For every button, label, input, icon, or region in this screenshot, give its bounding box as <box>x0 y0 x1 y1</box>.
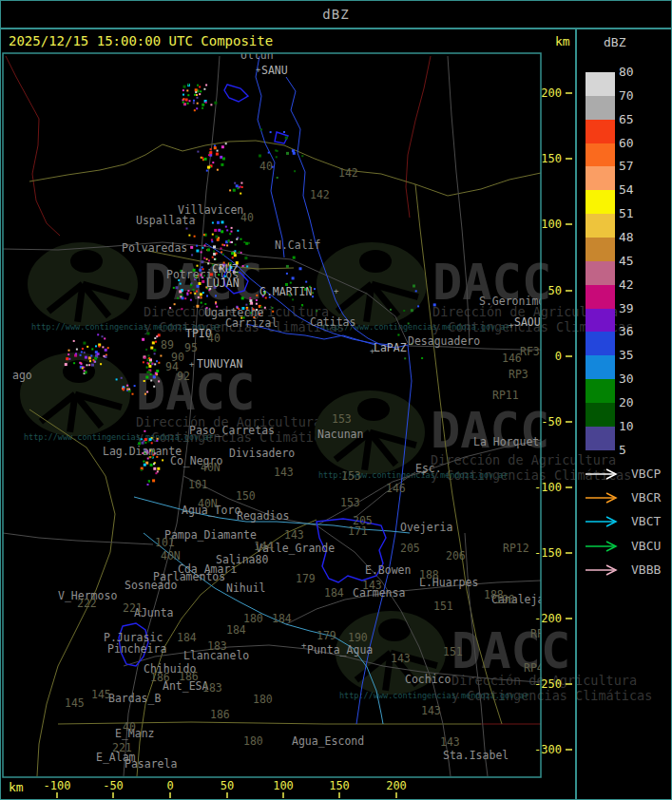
place-label: Carrizal <box>225 316 278 330</box>
vector-legend-label: VBCU <box>631 539 661 553</box>
place-label: G.MARTIN <box>259 285 312 298</box>
place-label: La Horqueta <box>473 435 546 448</box>
route-label: 186 <box>179 670 199 683</box>
route-label: 40N <box>198 497 218 510</box>
route-label: 146 <box>502 352 522 365</box>
route-label: 183 <box>207 639 227 653</box>
vector-arrow-icon <box>584 540 627 553</box>
place-label: Regadios <box>237 509 289 523</box>
route-label: 101 <box>155 536 175 549</box>
right-axis-tick-label: -150 <box>534 546 562 560</box>
route-label: 145 <box>65 696 85 710</box>
route-label: 184 <box>226 623 246 637</box>
place-label: SANU <box>261 64 288 77</box>
route-label: 184 <box>272 612 292 625</box>
route-label: 143 <box>440 735 460 749</box>
place-label: N.Calif <box>275 238 320 252</box>
place-label: E.Bowen <box>365 563 411 577</box>
bottom-axis-tick-label: 150 <box>329 779 350 792</box>
route-label: 92 <box>177 370 190 383</box>
scale-color-box <box>586 285 615 309</box>
route-label: 40 <box>123 720 136 733</box>
scale-tick-label: 65 <box>619 112 634 126</box>
route-label: RP3 <box>509 368 528 381</box>
right-axis-tick-label: 150 <box>541 152 562 165</box>
vector-legend-label: VBCP <box>631 467 661 481</box>
bottom-axis-tick-label: 0 <box>166 779 173 792</box>
place-label: LUJAN <box>206 276 240 290</box>
vector-legend-row: VBCT <box>584 514 627 527</box>
place-label: Nacunan <box>317 428 363 441</box>
radar-map: DACCDirección de Agriculturay Contingenc… <box>1 28 672 800</box>
place-label: ago <box>12 369 32 382</box>
route-label: 171 <box>348 524 368 538</box>
right-axis-tick-label: 100 <box>541 218 562 231</box>
scale-tick-label: 70 <box>619 88 634 103</box>
place-label: Uspallata <box>136 214 195 227</box>
scale-tick-label: 30 <box>619 371 634 386</box>
vector-legend-row: VBCP <box>584 467 627 480</box>
station-marker: + <box>509 320 514 330</box>
oasis-outline <box>224 85 248 102</box>
svg-text:DACC: DACC <box>451 622 570 679</box>
route-label: 40 <box>240 211 254 224</box>
place-label: Punta_Agua <box>307 643 373 657</box>
right-axis-tick-label: -300 <box>534 743 562 756</box>
place-label: Pincheira <box>107 642 166 656</box>
scale-color-box <box>586 261 615 285</box>
route-label: 150 <box>236 489 256 503</box>
route-label: 221 <box>123 601 143 615</box>
scale-color-box <box>586 238 615 261</box>
scale-tick-label: 42 <box>619 277 634 292</box>
scale-color-box <box>586 403 615 427</box>
scale-color-box <box>586 379 615 403</box>
route-label: RP11 <box>492 389 519 402</box>
route-label: 89 <box>161 338 174 352</box>
place-label: Nihuil <box>226 581 266 595</box>
km-axis-unit-bottom: km <box>9 780 24 794</box>
station-marker: + <box>301 640 307 650</box>
vector-legend-label: VBBB <box>631 562 661 577</box>
vector-arrow-icon <box>584 515 627 528</box>
route-label: RF3 <box>520 345 540 358</box>
right-axis-tick-label: -100 <box>534 481 562 494</box>
right-axis-tick-label: -50 <box>541 415 562 429</box>
route-label: 101 <box>188 478 208 491</box>
scale-color-box <box>586 190 615 214</box>
place-label: Desaguadero <box>408 334 480 348</box>
svg-text:DACC: DACC <box>136 364 255 421</box>
place-label: Polvaredas <box>122 241 187 255</box>
scale-color-box <box>586 120 615 143</box>
route-label: 142 <box>310 188 330 201</box>
scale-tick-label: 45 <box>619 254 634 268</box>
route-label: 205 <box>400 542 420 555</box>
bottom-axis-km: -100-50050100150200km <box>9 779 407 798</box>
route-label: 221 <box>112 741 132 754</box>
scale-tick-label: 80 <box>619 65 634 79</box>
route-label: 179 <box>317 629 336 642</box>
scale-tick-label: 5 <box>619 443 626 457</box>
scale-color-box <box>586 72 615 96</box>
scale-tick-label: 51 <box>619 206 634 220</box>
scale-tick-label: 20 <box>619 395 634 410</box>
vector-legend-label: VBCT <box>631 514 661 528</box>
scale-tick-label: 36 <box>619 324 634 338</box>
route-label: 143 <box>391 652 411 665</box>
place-label: SAOU <box>514 315 541 329</box>
route-label: 184 <box>324 586 344 600</box>
route-label: 143 <box>421 704 441 717</box>
scale-tick-label: 60 <box>619 136 634 150</box>
route-label: 144 <box>254 540 274 553</box>
place-label: LaPAZ <box>374 341 407 354</box>
radar-app-window: dBZ 2025/12/15 15:00:00 UTC Composite km… <box>0 0 672 800</box>
route-label: 153 <box>340 496 360 509</box>
right-axis-tick-label: -200 <box>534 612 562 625</box>
route-label: 153 <box>341 469 361 483</box>
scale-color-box <box>586 309 615 333</box>
place-label: CRUZ <box>212 262 239 276</box>
place-label: Divisadero <box>229 447 295 460</box>
window-title: dBZ <box>1 1 671 29</box>
route-label: 153 <box>332 412 352 426</box>
place-label: Esc. <box>415 462 442 475</box>
svg-text:http://www.contingencias.mendo: http://www.contingencias.mendoza.gov.ar <box>24 432 214 442</box>
